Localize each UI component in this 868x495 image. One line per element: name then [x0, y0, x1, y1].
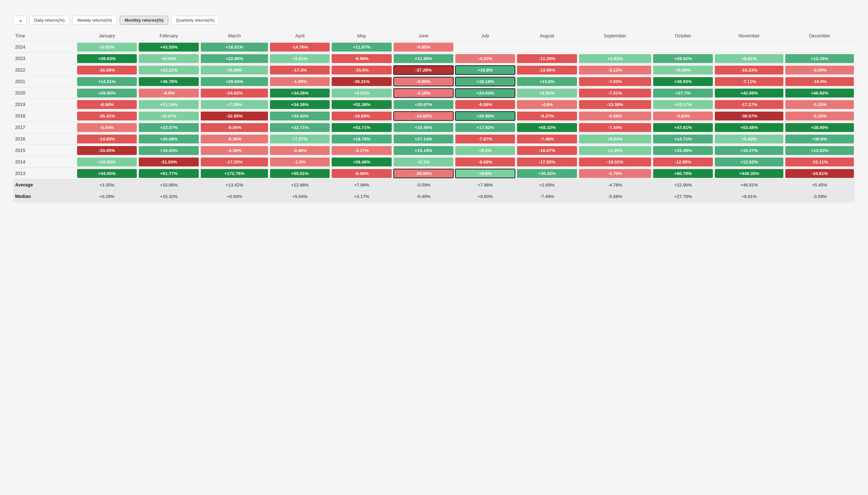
- average-cell: -0.59%: [393, 179, 454, 191]
- table-row: 2014+10.03%-31.03%-17.25%-1.6%+39.46%+2.…: [13, 156, 855, 168]
- data-cell: +0.47%: [138, 110, 200, 122]
- data-cell: +5.42%: [714, 133, 784, 145]
- data-cell: +18.78%: [331, 133, 392, 145]
- data-cell: +44.05%: [76, 168, 138, 179]
- data-cell: -9.69%: [454, 156, 516, 168]
- table-row: 2020+29.95%-8.6%-24.92%+34.26%+9.51%-3.1…: [13, 87, 855, 99]
- median-cell: -0.49%: [393, 191, 454, 202]
- data-cell: -3.46%: [269, 145, 331, 156]
- data-cell: +14.51%: [76, 76, 138, 87]
- data-cell: -5.35%: [200, 133, 269, 145]
- data-cell: -29.89%: [393, 168, 454, 179]
- data-cell: +60.79%: [652, 168, 714, 179]
- median-cell: +8.81%: [714, 191, 784, 202]
- tab-weekly[interactable]: Weekly returns(%): [72, 16, 117, 24]
- col-time: Time: [13, 31, 76, 41]
- table-header-row: Time January February March April May Ju…: [13, 31, 855, 41]
- data-cell: -34.81%: [784, 168, 855, 179]
- data-cell: -17.55%: [516, 156, 578, 168]
- data-cell: -18.99%: [331, 110, 392, 122]
- toolbar: ⌄ Daily returns(%) Weekly returns(%) Mon…: [13, 16, 855, 24]
- data-cell: +32.71%: [269, 122, 331, 133]
- data-cell: -18.9%: [784, 76, 855, 87]
- data-cell: -7.51%: [578, 87, 652, 99]
- year-cell: 2017: [13, 122, 76, 133]
- data-cell: -13.88%: [516, 64, 578, 76]
- data-cell: -0.04%: [76, 122, 138, 133]
- year-cell: 2014: [13, 156, 76, 168]
- data-cell: +47.81%: [652, 122, 714, 133]
- data-cell: -9.85%: [393, 41, 454, 53]
- data-cell: +9.6%: [454, 168, 516, 179]
- data-cell: +0.62%: [76, 41, 138, 53]
- year-cell: 2018: [13, 110, 76, 122]
- data-cell: +9.51%: [331, 87, 392, 99]
- tab-quarterly[interactable]: Quarterly returns(%): [171, 16, 219, 24]
- year-cell: 2024: [13, 41, 76, 53]
- data-cell: +36.78%: [138, 76, 200, 87]
- col-jul: July: [454, 31, 516, 41]
- year-cell: 2023: [13, 53, 76, 64]
- data-cell: +23.07%: [138, 122, 200, 133]
- data-cell: +39.46%: [331, 156, 392, 168]
- returns-table: Time January February March April May Ju…: [13, 31, 855, 202]
- data-cell: +52.38%: [331, 99, 392, 110]
- data-cell: -4.38%: [200, 145, 269, 156]
- data-cell: +34.36%: [269, 99, 331, 110]
- data-cell: [578, 41, 652, 53]
- col-apr: April: [269, 31, 331, 41]
- tab-monthly[interactable]: Monthly returns(%): [120, 16, 168, 24]
- data-cell: +16.81%: [200, 41, 269, 53]
- data-cell: -19.01%: [578, 156, 652, 168]
- data-cell: +12.21%: [138, 64, 200, 76]
- data-cell: +12.18%: [784, 53, 855, 64]
- data-cell: -3.17%: [331, 145, 392, 156]
- btc-selector[interactable]: ⌄: [13, 16, 26, 24]
- tab-daily[interactable]: Daily returns(%): [29, 16, 70, 24]
- table-row: 2016-14.83%+20.08%-5.35%+7.27%+18.78%+27…: [13, 133, 855, 145]
- average-cell: +7.94%: [331, 179, 392, 191]
- average-row: Average+3.35%+15.66%+13.42%+12.98%+7.94%…: [13, 179, 855, 191]
- data-cell: +7.27%: [269, 133, 331, 145]
- data-cell: +30.8%: [784, 133, 855, 145]
- average-cell: +3.35%: [76, 179, 138, 191]
- data-cell: +39.93%: [652, 76, 714, 87]
- data-cell: -7.44%: [578, 122, 652, 133]
- data-cell: -15.6%: [331, 64, 392, 76]
- data-cell: +11.98%: [393, 53, 454, 64]
- year-cell: 2016: [13, 133, 76, 145]
- table-row: 2021+14.51%+36.78%+29.84%-1.98%-35.31%-5…: [13, 76, 855, 87]
- median-cell: +0.29%: [76, 191, 138, 202]
- median-cell: +0.50%: [200, 191, 269, 202]
- data-cell: +449.35%: [714, 168, 784, 179]
- data-cell: [784, 41, 855, 53]
- year-cell: 2019: [13, 99, 76, 110]
- year-cell: 2022: [13, 64, 76, 76]
- data-cell: +50.01%: [269, 168, 331, 179]
- data-cell: -4.02%: [454, 53, 516, 64]
- data-cell: -3.18%: [393, 87, 454, 99]
- data-cell: -7.67%: [454, 133, 516, 145]
- table-row: 2018-25.41%+0.47%-32.85%+33.43%-18.99%-1…: [13, 110, 855, 122]
- col-mar: March: [200, 31, 269, 41]
- col-dec: December: [784, 31, 855, 41]
- data-cell: +26.67%: [393, 99, 454, 110]
- data-cell: +7.05%: [200, 99, 269, 110]
- average-cell: +7.98%: [454, 179, 516, 191]
- data-cell: +42.95%: [714, 87, 784, 99]
- data-cell: +13.83%: [784, 145, 855, 156]
- data-cell: -9.05%: [200, 122, 269, 133]
- data-cell: -17.27%: [714, 99, 784, 110]
- average-label: Average: [13, 179, 76, 191]
- median-cell: +15.32%: [138, 191, 200, 202]
- table-row: 2013+44.05%+61.77%+172.76%+50.01%-8.56%-…: [13, 168, 855, 179]
- average-cell: -4.78%: [578, 179, 652, 191]
- data-cell: -1.6%: [269, 156, 331, 168]
- data-cell: +27.7%: [652, 87, 714, 99]
- average-cell: +22.90%: [652, 179, 714, 191]
- year-cell: 2013: [13, 168, 76, 179]
- col-aug: August: [516, 31, 578, 41]
- table-row: 2019-8.58%+11.14%+7.05%+34.36%+52.38%+26…: [13, 99, 855, 110]
- average-cell: +46.81%: [714, 179, 784, 191]
- data-cell: +27.14%: [393, 133, 454, 145]
